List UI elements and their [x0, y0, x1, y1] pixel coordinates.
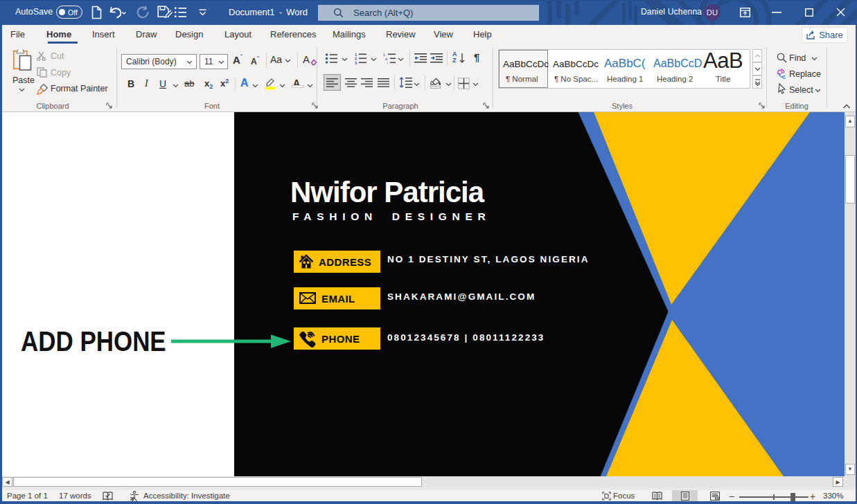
svg-text:c: c — [782, 73, 786, 80]
svg-text:3: 3 — [355, 61, 357, 64]
svg-text:i: i — [387, 61, 388, 64]
